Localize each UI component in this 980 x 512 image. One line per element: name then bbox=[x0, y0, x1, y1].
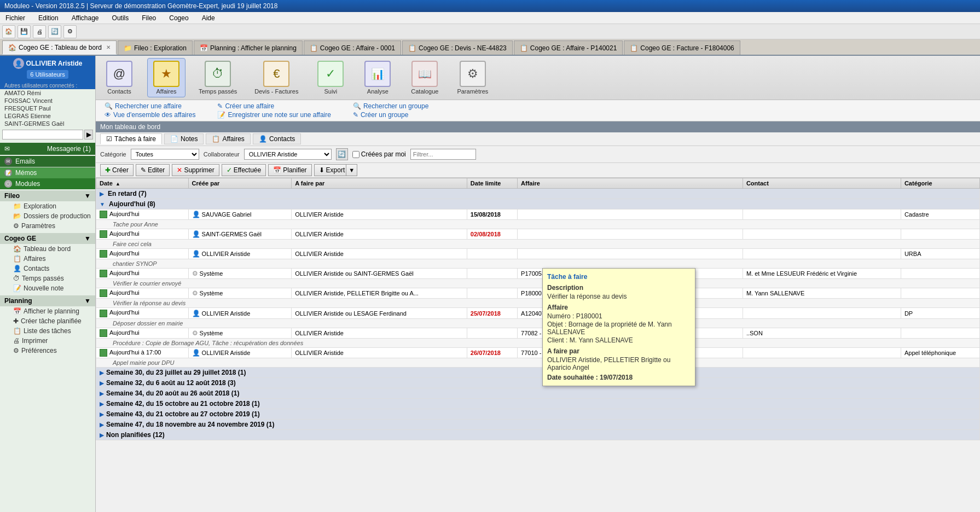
expand-aujourd-hui[interactable]: ▼ bbox=[100, 201, 105, 207]
col-affaire[interactable]: Affaire bbox=[518, 178, 743, 189]
checkbox-7[interactable] bbox=[100, 329, 107, 337]
sidebar-messaging[interactable]: ✉ Messagerie (1) bbox=[0, 143, 95, 155]
tab-devis[interactable]: 📋 Cogeo GE : Devis - NE-44823 bbox=[402, 40, 513, 55]
btn-creer[interactable]: ✚ Créer bbox=[100, 164, 134, 176]
sidebar-item-note[interactable]: 📝 Nouvelle note bbox=[0, 283, 95, 293]
table-row[interactable]: Aujourd'hui ⚙ Système OLLIVIER Aristide … bbox=[96, 269, 980, 279]
group-semaine32[interactable]: ▶Semaine 32, du 6 août au 12 août 2018 (… bbox=[96, 377, 980, 388]
expand-semaine32[interactable]: ▶ bbox=[100, 380, 104, 386]
group-semaine42[interactable]: ▶Semaine 42, du 15 octobre au 21 octobre… bbox=[96, 398, 980, 409]
sidebar-item-contacts[interactable]: 👤 Contacts bbox=[0, 264, 95, 274]
checkbox-3[interactable] bbox=[100, 250, 107, 258]
btn-catalogue[interactable]: 📖 Catalogue bbox=[405, 59, 444, 97]
toolbar-refresh[interactable]: 🔄 bbox=[48, 25, 61, 38]
btn-supprimer[interactable]: ✕ Supprimer bbox=[172, 164, 219, 176]
btn-parametres[interactable]: ⚙ Paramètres bbox=[453, 59, 492, 97]
menu-affichage[interactable]: Affichage bbox=[68, 13, 102, 23]
sidebar-fileo-header[interactable]: Fileo ▼ bbox=[0, 190, 95, 201]
toolbar-print[interactable]: 🖨 bbox=[33, 25, 46, 38]
expand-semaine42[interactable]: ▶ bbox=[100, 401, 104, 407]
sidebar-item-tableau[interactable]: 🏠 Tableau de bord bbox=[0, 244, 95, 254]
sidebar-cogeo-header[interactable]: Cogeo GE ▼ bbox=[0, 233, 95, 244]
group-aujourd-hui[interactable]: ▼ Aujourd'hui (8) bbox=[96, 199, 980, 210]
sidebar-item-fileo-params[interactable]: ⚙ Paramètres bbox=[0, 221, 95, 231]
expand-semaine43[interactable]: ▶ bbox=[100, 411, 104, 417]
menu-fichier[interactable]: Fichier bbox=[2, 13, 28, 23]
col-categorie[interactable]: Catégorie bbox=[901, 178, 979, 189]
link-rechercher-affaire[interactable]: 🔍 Rechercher une affaire bbox=[105, 102, 195, 110]
search-button[interactable]: ▶ bbox=[84, 130, 93, 139]
menu-cogeo[interactable]: Cogeo bbox=[166, 13, 192, 23]
link-enregistrer-note[interactable]: 📝 Enregistrer une note sur une affaire bbox=[217, 111, 331, 119]
tab-affaire-p140021[interactable]: 📋 Cogeo GE : Affaire - P140021 bbox=[514, 40, 623, 55]
sub-tab-taches[interactable]: ☑ Tâches à faire bbox=[100, 133, 162, 144]
checkbox-2[interactable] bbox=[100, 230, 107, 238]
crees-par-moi-checkbox[interactable] bbox=[352, 151, 359, 158]
sub-tab-affaires[interactable]: 📋 Affaires bbox=[206, 133, 250, 144]
sidebar-item-affaires[interactable]: 📋 Affaires bbox=[0, 254, 95, 264]
sidebar-item-exploration[interactable]: 📁 Exploration bbox=[0, 201, 95, 211]
categorie-select[interactable]: Toutes Cadastre URBA DP Appel téléphoniq… bbox=[131, 149, 199, 160]
tab-affaire-0001[interactable]: 📋 Cogeo GE : Affaire - 0001 bbox=[304, 40, 401, 55]
tab-facture[interactable]: 📋 Cogeo GE : Facture - F1804006 bbox=[624, 40, 740, 55]
checkbox-4[interactable] bbox=[100, 270, 107, 277]
sidebar-emails[interactable]: ✉ Emails bbox=[0, 156, 95, 167]
sidebar-item-preferences[interactable]: ⚙ Préférences bbox=[0, 346, 95, 356]
sidebar-item-imprimer[interactable]: 🖨 Imprimer bbox=[0, 336, 95, 346]
collaborateur-select[interactable]: OLLIVIER Aristide SAINT-GERMES Gaël Syst… bbox=[244, 149, 332, 160]
expand-semaine47[interactable]: ▶ bbox=[100, 422, 104, 428]
col-date-limite[interactable]: Date limite bbox=[467, 178, 517, 189]
expand-en-retard[interactable]: ▶ bbox=[100, 191, 104, 197]
checkbox-6[interactable] bbox=[100, 310, 107, 317]
sub-tab-contacts[interactable]: 👤 Contacts bbox=[253, 133, 301, 144]
btn-suivi[interactable]: ✓ Suivi bbox=[311, 59, 350, 97]
sidebar-memos[interactable]: 📝 Mémos bbox=[0, 167, 95, 178]
sidebar-item-dossiers[interactable]: 📂 Dossiers de production bbox=[0, 211, 95, 221]
table-row[interactable]: Aujourd'hui 👤 OLLIVIER Aristide OLLIVIER… bbox=[96, 308, 980, 318]
menu-aide[interactable]: Aide bbox=[199, 13, 218, 23]
link-vue-ensemble[interactable]: 👁 Vue d'ensemble des affaires bbox=[105, 111, 195, 119]
col-date[interactable]: Date ▲ bbox=[96, 178, 189, 189]
btn-export[interactable]: ⬇ Export bbox=[314, 164, 347, 176]
checkbox-1[interactable] bbox=[100, 211, 107, 218]
btn-export-dropdown[interactable]: ▼ bbox=[346, 164, 357, 176]
tab-fileo-exploration[interactable]: 📁 Fileo : Exploration bbox=[118, 40, 193, 55]
expand-non-planifiees[interactable]: ▶ bbox=[100, 432, 104, 438]
sidebar-item-liste-taches[interactable]: 📋 Liste des tâches bbox=[0, 326, 95, 336]
group-semaine43[interactable]: ▶Semaine 43, du 21 octobre au 27 octobre… bbox=[96, 409, 980, 419]
sidebar-planning-header[interactable]: Planning ▼ bbox=[0, 295, 95, 306]
col-creee-par[interactable]: Créée par bbox=[188, 178, 292, 189]
table-row[interactable]: Aujourd'hui 👤 SAUVAGE Gabriel OLLIVIER A… bbox=[96, 210, 980, 220]
menu-edition[interactable]: Edition bbox=[35, 13, 62, 23]
menu-outils[interactable]: Outils bbox=[109, 13, 132, 23]
toolbar-save[interactable]: 💾 bbox=[18, 25, 31, 38]
table-row[interactable]: Aujourd'hui ⚙ Système OLLIVIER Aristide,… bbox=[96, 288, 980, 299]
btn-planifier[interactable]: 📅 Planifier bbox=[268, 164, 311, 176]
group-semaine47[interactable]: ▶Semaine 47, du 18 novembre au 24 novemb… bbox=[96, 419, 980, 429]
menu-fileo[interactable]: Fileo bbox=[138, 13, 159, 23]
sub-tab-notes[interactable]: 📄 Notes bbox=[164, 133, 204, 144]
tab-planning[interactable]: 📅 Planning : Afficher le planning bbox=[194, 40, 303, 55]
sidebar-item-temps[interactable]: ⏱ Temps passés bbox=[0, 274, 95, 283]
group-semaine30[interactable]: ▶Semaine 30, du 23 juillet au 29 juillet… bbox=[96, 367, 980, 377]
link-creer-affaire[interactable]: ✎ Créer une affaire bbox=[217, 102, 331, 110]
link-creer-groupe[interactable]: ✎ Créer un groupe bbox=[353, 111, 428, 119]
btn-contacts[interactable]: @ Contacts bbox=[100, 59, 138, 97]
btn-analyse[interactable]: 📊 Analyse bbox=[358, 59, 397, 97]
checkbox-5[interactable] bbox=[100, 289, 107, 297]
link-rechercher-groupe[interactable]: 🔍 Rechercher un groupe bbox=[353, 102, 428, 110]
btn-effectuee[interactable]: ✓ Effectuée bbox=[222, 164, 266, 176]
btn-temps[interactable]: ⏱ Temps passés bbox=[194, 59, 241, 97]
btn-devis[interactable]: € Devis - Factures bbox=[250, 59, 303, 97]
sidebar-modules[interactable]: ⬡ Modules bbox=[0, 178, 95, 189]
crees-par-moi-label[interactable]: Créées par moi bbox=[352, 150, 406, 158]
table-row[interactable]: Aujourd'hui ⚙ Système OLLIVIER Aristide … bbox=[96, 328, 980, 338]
table-row[interactable]: Aujourd'hui 👤 OLLIVIER Aristide OLLIVIER… bbox=[96, 249, 980, 259]
col-a-faire-par[interactable]: A faire par bbox=[292, 178, 467, 189]
tab-close-tableau[interactable]: ✕ bbox=[106, 44, 111, 50]
toolbar-home[interactable]: 🏠 bbox=[2, 25, 15, 38]
filter-input[interactable] bbox=[410, 149, 476, 160]
col-contact[interactable]: Contact bbox=[743, 178, 901, 189]
user-count[interactable]: 6 Utilisateurs bbox=[27, 70, 68, 79]
tab-tableau-de-bord[interactable]: 🏠 Cogeo GE : Tableau de bord ✕ bbox=[2, 40, 117, 55]
